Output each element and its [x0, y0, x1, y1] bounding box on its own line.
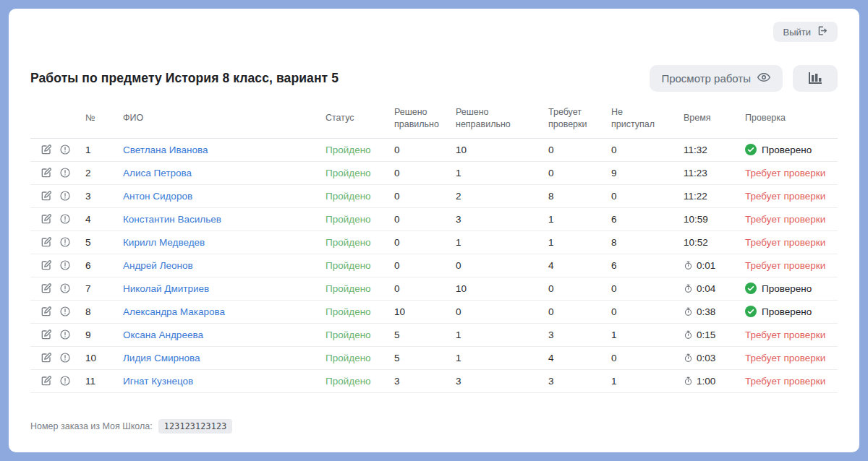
student-name-link[interactable]: Алиса Петрова [123, 168, 192, 178]
solved-correct-value: 10 [394, 306, 456, 317]
edit-icon[interactable] [41, 306, 52, 317]
edit-icon[interactable] [41, 375, 52, 387]
student-name-link[interactable]: Игнат Кузнецов [123, 376, 193, 387]
needs-check-value: 0 [548, 306, 611, 317]
row-number: 1 [85, 145, 123, 155]
time-value: 0:38 [697, 306, 715, 317]
time-cell: 0:03 [684, 353, 745, 363]
solved-incorrect-value: 1 [456, 329, 548, 340]
time-value: 10:59 [684, 214, 708, 225]
check-status-text: Требует проверки [745, 353, 825, 363]
check-status-text: Требует проверки [745, 168, 825, 178]
edit-icon[interactable] [41, 144, 52, 155]
edit-icon[interactable] [41, 190, 52, 202]
not-started-value: 0 [611, 283, 684, 294]
edit-icon[interactable] [41, 329, 52, 340]
student-name-link[interactable]: Андрей Леонов [123, 260, 193, 271]
time-cell: 1:00 [684, 376, 745, 387]
solved-correct-value: 0 [394, 168, 456, 178]
info-circle-icon[interactable] [59, 236, 71, 248]
row-number: 3 [85, 191, 123, 202]
row-actions [30, 306, 85, 317]
col-solved-correct: Решено правильно [394, 106, 456, 131]
solved-correct-value: 0 [394, 260, 456, 271]
not-started-value: 0 [611, 353, 684, 363]
page-title: Работы по предмету История 8 класс, вари… [30, 71, 339, 86]
check-cell: Требует проверки [745, 329, 838, 340]
time-value: 0:03 [697, 353, 715, 363]
view-work-button[interactable]: Просмотр работы [650, 65, 783, 92]
status-value: Пройдено [326, 237, 394, 248]
row-actions [30, 329, 85, 340]
check-cell: Требует проверки [745, 260, 838, 271]
logout-button[interactable]: Выйти [773, 22, 838, 42]
logout-button-label: Выйти [783, 27, 812, 38]
student-name-link[interactable]: Александра Макарова [123, 306, 225, 317]
edit-icon[interactable] [41, 352, 52, 363]
table-row: 5 Кирилл Медведев Пройдено 0 1 1 8 10:52 [30, 231, 838, 254]
time-value: 11:22 [684, 191, 707, 202]
status-value: Пройдено [326, 260, 394, 271]
not-started-value: 0 [611, 145, 684, 155]
student-name-link[interactable]: Светлана Иванова [123, 145, 208, 155]
info-circle-icon[interactable] [59, 167, 71, 178]
student-name-link[interactable]: Лидия Смирнова [123, 353, 200, 363]
table-row: 1 Светлана Иванова Пройдено 0 10 0 0 11:… [30, 139, 838, 162]
status-value: Пройдено [326, 283, 394, 294]
solved-correct-value: 5 [394, 329, 456, 340]
edit-icon[interactable] [41, 283, 52, 294]
edit-icon[interactable] [41, 236, 52, 248]
col-num: № [85, 112, 123, 124]
time-cell: 10:59 [684, 214, 745, 225]
needs-check-value: 8 [548, 191, 611, 202]
check-cell: Проверено [745, 144, 838, 155]
check-cell: Требует проверки [745, 214, 838, 225]
solved-correct-value: 0 [394, 145, 456, 155]
time-value: 11:32 [684, 145, 707, 155]
student-name-link[interactable]: Кирилл Медведев [123, 237, 205, 248]
table-row: 2 Алиса Петрова Пройдено 0 1 0 9 11:23 [30, 162, 838, 185]
info-circle-icon[interactable] [59, 144, 71, 155]
stopwatch-icon [684, 353, 693, 363]
student-name-link[interactable]: Константин Васильев [123, 214, 221, 225]
not-started-value: 1 [611, 376, 684, 387]
row-actions [30, 283, 85, 294]
info-circle-icon[interactable] [59, 283, 71, 294]
student-name-link[interactable]: Николай Дмитриев [123, 283, 209, 294]
solved-incorrect-value: 10 [456, 283, 548, 294]
table-row: 7 Николай Дмитриев Пройдено 0 10 0 0 0:0… [30, 277, 838, 301]
student-name-link[interactable]: Антон Сидоров [123, 191, 192, 202]
header-actions: Просмотр работы [650, 65, 838, 92]
info-circle-icon[interactable] [59, 375, 71, 387]
col-time: Время [684, 112, 745, 124]
check-cell: Проверено [745, 283, 838, 294]
info-circle-icon[interactable] [59, 352, 71, 363]
edit-icon[interactable] [41, 167, 52, 178]
stats-button[interactable] [793, 65, 838, 92]
student-name-link[interactable]: Оксана Андреева [123, 329, 203, 340]
col-status: Статус [326, 112, 394, 124]
edit-icon[interactable] [41, 213, 52, 225]
not-started-value: 0 [611, 191, 684, 202]
check-status-text: Проверено [762, 306, 812, 317]
info-circle-icon[interactable] [59, 213, 71, 225]
table-header-row: № ФИО Статус Решено правильно Решено неп… [30, 103, 838, 139]
status-value: Пройдено [326, 191, 394, 202]
row-actions [30, 259, 85, 271]
solved-incorrect-value: 3 [456, 214, 548, 225]
info-circle-icon[interactable] [59, 306, 71, 317]
view-work-button-label: Просмотр работы [661, 72, 751, 85]
check-circle-icon [745, 306, 757, 317]
solved-incorrect-value: 2 [456, 191, 548, 202]
time-value: 0:04 [697, 283, 715, 294]
check-cell: Требует проверки [745, 376, 838, 387]
info-circle-icon[interactable] [59, 329, 71, 340]
info-circle-icon[interactable] [59, 190, 71, 202]
time-cell: 0:01 [684, 260, 745, 271]
eye-icon [757, 70, 771, 87]
edit-icon[interactable] [41, 259, 52, 271]
table-row: 11 Игнат Кузнецов Пройдено 3 3 3 1 1:00 [30, 370, 838, 393]
info-circle-icon[interactable] [59, 259, 71, 271]
col-solved-incorrect: Решено неправильно [456, 106, 548, 131]
needs-check-value: 3 [548, 376, 611, 387]
